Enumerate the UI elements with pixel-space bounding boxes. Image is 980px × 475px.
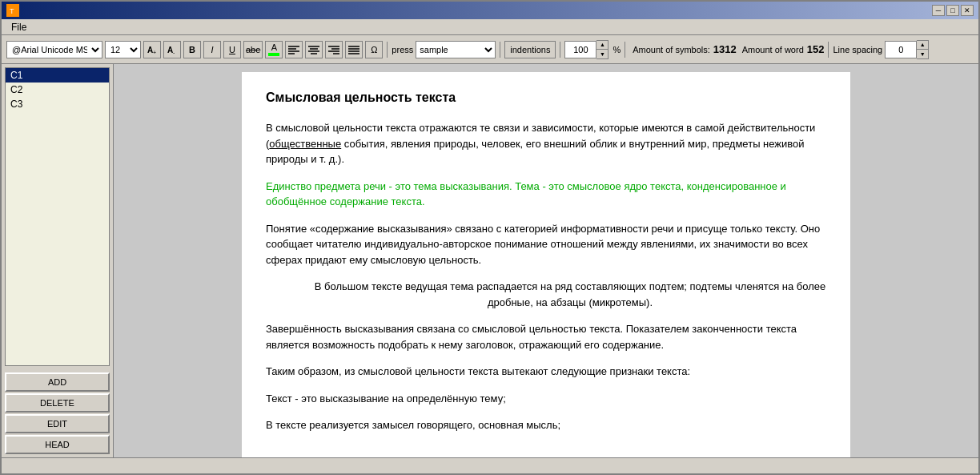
- stats-symbols: Amount of symbols: 1312: [633, 43, 737, 55]
- title-bar: T ─ □ ✕: [2, 2, 978, 19]
- amount-word-label: Amount of word: [742, 45, 804, 54]
- separator-4: [625, 42, 625, 58]
- align-left-button[interactable]: [285, 41, 303, 58]
- paragraph-2: Единство предмета речи - это тема высказ…: [266, 179, 826, 210]
- separator-5: [828, 42, 829, 58]
- color-indicator: [268, 53, 279, 56]
- line-spacing-input[interactable]: [885, 41, 917, 58]
- edit-button[interactable]: EDIT: [5, 414, 110, 433]
- zoom-control: 100 ▲ ▼: [564, 40, 608, 59]
- font-selector[interactable]: @Arial Unicode MS: [6, 41, 102, 58]
- separator-2: [500, 42, 500, 58]
- maximize-button[interactable]: □: [946, 5, 959, 16]
- sidebar-item-c2[interactable]: C2: [6, 83, 109, 97]
- zoom-arrows: ▲ ▼: [596, 40, 608, 59]
- align-right-button[interactable]: [325, 41, 343, 58]
- sidebar: C1 C2 C3 ADD DELETE EDIT HEAD: [2, 64, 114, 457]
- font-color-button[interactable]: A: [265, 41, 283, 58]
- paragraph-4: В большом тексте ведущая тема распадаетс…: [314, 279, 826, 310]
- svg-text:T: T: [10, 7, 14, 15]
- file-menu[interactable]: File: [6, 21, 31, 34]
- line-spacing-up-button[interactable]: ▲: [917, 41, 928, 50]
- main-window: T ─ □ ✕ File @Arial Unicode MS 12 A+ A-: [0, 0, 980, 475]
- menu-bar: File: [2, 19, 978, 35]
- line-spacing-arrows: ▲ ▼: [917, 40, 929, 59]
- main-content: C1 C2 C3 ADD DELETE EDIT HEAD Смысловая …: [2, 64, 978, 457]
- minimize-button[interactable]: ─: [932, 5, 945, 16]
- doc-title: Смысловая цельность текста: [266, 88, 826, 107]
- add-button[interactable]: ADD: [5, 372, 110, 392]
- status-bar: [2, 457, 978, 473]
- amount-word-value: 152: [807, 43, 825, 55]
- title-bar-left: T: [6, 4, 19, 17]
- editor-area[interactable]: Смысловая цельность текста В смысловой ц…: [114, 64, 978, 457]
- align-justify-button[interactable]: [345, 41, 363, 58]
- amount-symbols-label: Amount of symbols:: [633, 45, 710, 54]
- close-button[interactable]: ✕: [961, 5, 974, 16]
- paragraph-5: Завершённость высказывания связана со см…: [266, 321, 826, 352]
- line-spacing-down-button[interactable]: ▼: [917, 50, 928, 58]
- press-label: press: [392, 45, 413, 54]
- line-spacing-control: ▲ ▼: [885, 40, 929, 59]
- paragraph-7: Текст - это высказывание на определённую…: [266, 391, 826, 407]
- sidebar-buttons: ADD DELETE EDIT HEAD: [2, 369, 113, 457]
- zoom-value[interactable]: 100: [564, 41, 596, 58]
- italic-button[interactable]: I: [203, 41, 221, 58]
- window-controls: ─ □ ✕: [932, 5, 974, 16]
- percent-symbol: %: [612, 45, 621, 54]
- head-button[interactable]: HEAD: [5, 435, 110, 454]
- special-chars-button[interactable]: Ω: [365, 41, 383, 58]
- paragraph-1: В смысловой цельности текста отражаются …: [266, 120, 826, 167]
- line-spacing-label: Line spacing: [833, 45, 882, 54]
- font-size-increase-button[interactable]: A+: [143, 41, 161, 58]
- delete-button[interactable]: DELETE: [5, 393, 110, 413]
- underline-button[interactable]: U: [223, 41, 241, 58]
- underlined-text-1: общественные: [269, 138, 341, 150]
- strikethrough-button[interactable]: abe: [243, 41, 263, 58]
- paragraph-8: В тексте реализуется замысел говорящего,…: [266, 417, 826, 433]
- svg-text:+: +: [153, 50, 156, 54]
- paragraph-3: Понятие «содержание высказывания» связан…: [266, 221, 826, 268]
- amount-symbols-value: 1312: [713, 43, 737, 55]
- stats-words: Amount of word 152: [742, 43, 825, 55]
- separator-1: [387, 42, 388, 58]
- toolbar: @Arial Unicode MS 12 A+ A- B I U abe A: [2, 35, 978, 64]
- sidebar-item-c1[interactable]: C1: [6, 68, 109, 83]
- zoom-up-button[interactable]: ▲: [596, 41, 608, 50]
- indentions-button[interactable]: indentions: [504, 41, 556, 58]
- size-selector[interactable]: 12: [105, 41, 141, 58]
- sidebar-list: C1 C2 C3: [5, 67, 110, 366]
- document[interactable]: Смысловая цельность текста В смысловой ц…: [242, 72, 850, 457]
- paragraph-6: Таким образом, из смысловой цельности те…: [266, 364, 826, 380]
- sidebar-item-c3[interactable]: C3: [6, 97, 109, 111]
- bold-button[interactable]: B: [183, 41, 201, 58]
- press-selector[interactable]: sample: [416, 41, 496, 58]
- svg-text:-: -: [173, 50, 175, 54]
- zoom-down-button[interactable]: ▼: [596, 50, 608, 58]
- font-size-decrease-button[interactable]: A-: [163, 41, 181, 58]
- separator-3: [560, 42, 560, 58]
- app-icon: T: [6, 4, 19, 17]
- font-color-letter: A: [271, 42, 277, 52]
- align-center-button[interactable]: [305, 41, 323, 58]
